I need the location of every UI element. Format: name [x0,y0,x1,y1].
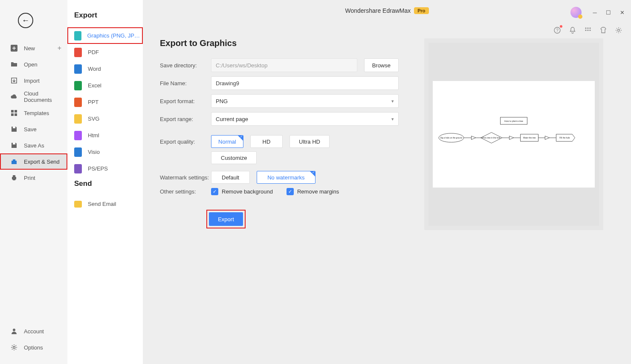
quality-hd-button[interactable]: HD [250,135,283,148]
nav-options[interactable]: Options [0,339,67,355]
app-title: Wondershare EdrawMax [345,7,411,14]
checkbox-label: Remove margins [297,188,339,195]
remove-margins-checkbox[interactable]: ✓ Remove margins [287,188,339,195]
remove-background-checkbox[interactable]: ✓ Remove background [211,188,273,195]
svg-point-15 [618,29,620,32]
save-dir-input[interactable] [211,58,357,72]
export-type-svg[interactable]: SVG [67,110,143,127]
export-button[interactable]: Export [209,212,243,226]
back-button[interactable]: ← [18,13,33,28]
ps-file-icon [74,164,82,173]
maximize-button[interactable]: ☐ [604,8,613,17]
svg-rect-3 [11,113,14,116]
svg-text:?: ? [556,28,559,33]
nav-label: Export & Send [24,159,60,165]
svg-marker-21 [472,136,476,139]
nav-save[interactable]: Save [0,121,67,137]
send-email[interactable]: Send Email [67,196,143,212]
nav-print[interactable]: Print [0,170,67,186]
image-file-icon [74,31,81,40]
export-label: Graphics (PNG, JPG e... [87,32,143,39]
help-icon[interactable]: ? [553,26,562,35]
nav-label: Save As [24,142,44,149]
user-icon [10,327,18,335]
preview-panel: How to plant a tree Dig a hole on the gr… [424,38,603,230]
send-label: Send Email [88,201,116,207]
export-type-excel[interactable]: Excel [67,77,143,94]
settings-gear-icon[interactable] [614,26,623,35]
svg-point-11 [589,27,590,29]
svg-point-13 [587,29,588,31]
svg-text:Dig a hole on the ground: Dig a hole on the ground [440,137,463,139]
arrow-left-icon: ← [22,16,29,25]
nav-label: Templates [24,110,49,116]
app-window: ← New + Open Import Cloud Documen [0,0,631,364]
svg-marker-31 [545,136,549,139]
export-type-pseps[interactable]: PS/EPS [67,160,143,177]
export-label: Word [88,66,101,72]
range-label: Export range: [160,116,211,122]
nav-save-as[interactable]: Save As [0,137,67,153]
user-avatar-icon[interactable] [570,7,582,18]
top-toolbar: ? [553,26,623,35]
export-heading: Export [67,9,143,27]
send-heading: Send [67,177,143,196]
watermark-none-button[interactable]: No watermarks [257,171,315,184]
cloud-icon [10,93,18,101]
export-type-word[interactable]: Word [67,61,143,77]
html-file-icon [74,131,82,140]
plus-square-icon [10,44,18,52]
nav-import[interactable]: Import [0,72,67,89]
quality-customize-button[interactable]: Customize [211,151,257,164]
nav-label: Save [24,126,37,133]
format-select[interactable]: PNG [211,94,399,108]
bell-icon[interactable] [568,26,577,35]
main-content: Wondershare EdrawMax Pro ─ ☐ ✕ ? [143,0,631,364]
word-file-icon [74,64,82,74]
watermark-label: Watermark settings: [160,174,211,181]
shirt-icon[interactable] [599,26,608,35]
grid-icon [10,109,18,117]
browse-button[interactable]: Browse [364,58,399,72]
svg-rect-4 [14,113,17,116]
range-select[interactable]: Current page [211,112,399,126]
nav-cloud[interactable]: Cloud Documents [0,89,67,105]
nav-label: Options [24,344,43,351]
close-button[interactable]: ✕ [617,8,627,17]
nav-label: New [24,45,35,52]
plus-icon[interactable]: + [58,44,61,52]
svg-point-6 [13,347,15,349]
save-dir-label: Save directory: [160,62,211,69]
notification-dot-icon [560,25,562,28]
watermark-default-button[interactable]: Default [211,171,250,184]
filename-label: File Name: [160,80,211,87]
nav-new[interactable]: New + [0,40,67,56]
nav-export-send[interactable]: Export & Send [0,153,67,170]
svg-text:How to plant a tree: How to plant a tree [504,120,523,122]
quality-ultrahd-button[interactable]: Ultra HD [289,135,330,148]
nav-account[interactable]: Account [0,323,67,339]
export-type-html[interactable]: Html [67,127,143,144]
nav-label: Print [24,175,35,181]
minimize-button[interactable]: ─ [590,8,599,17]
nav-label: Open [24,61,38,68]
pro-badge: Pro [414,7,428,14]
svg-marker-26 [509,136,514,139]
export-type-pdf[interactable]: PDF [67,44,143,61]
checkbox-checked-icon: ✓ [211,188,218,195]
apps-grid-icon[interactable] [583,26,593,35]
nav-open[interactable]: Open [0,56,67,72]
page-heading: Export to Graphics [160,38,399,48]
export-label: Html [88,132,99,139]
svg-point-14 [589,29,590,31]
nav-templates[interactable]: Templates [0,105,67,121]
preview-document: How to plant a tree Dig a hole on the gr… [433,81,595,188]
visio-file-icon [74,147,82,157]
export-type-graphics[interactable]: Graphics (PNG, JPG e... [67,27,143,44]
export-type-visio[interactable]: Visio [67,144,143,160]
nav-label: Account [24,328,44,335]
quality-normal-button[interactable]: Normal [211,135,243,148]
export-type-ppt[interactable]: PPT [67,94,143,110]
filename-input[interactable] [211,76,399,90]
svg-point-5 [13,329,15,331]
